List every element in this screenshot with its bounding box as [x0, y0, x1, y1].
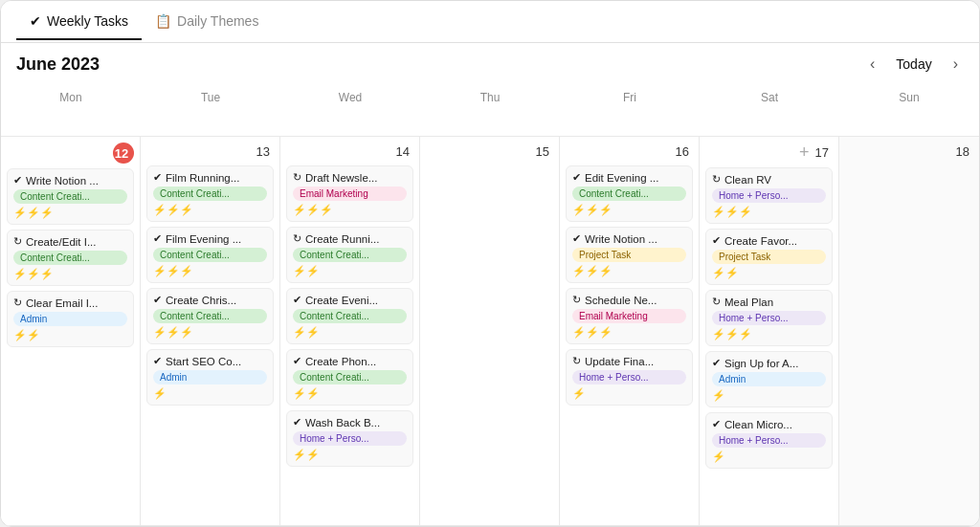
- task-tag: Home + Perso...: [572, 370, 686, 384]
- task-tag: Admin: [712, 372, 826, 386]
- task-title-text: Create Runni...: [305, 233, 379, 245]
- task-title: ✔Sign Up for A...: [712, 357, 826, 369]
- task-card[interactable]: ✔Create Favor...Project Task⚡⚡: [705, 229, 833, 285]
- day-header-fri: Fri: [560, 85, 700, 137]
- month-title: June 2023: [16, 55, 100, 75]
- task-card[interactable]: ↻Create/Edit I...Content Creati...⚡⚡⚡: [7, 230, 134, 286]
- task-stars: ⚡⚡⚡: [712, 206, 826, 218]
- task-card[interactable]: ↻Update Fina...Home + Perso...⚡: [566, 349, 693, 406]
- task-card[interactable]: ↻Clear Email I...Admin⚡⚡: [7, 291, 134, 347]
- task-title: ↻Create/Edit I...: [13, 235, 127, 248]
- task-title-text: Update Fina...: [585, 356, 654, 367]
- task-tag: Content Creati...: [572, 187, 686, 201]
- tab-weekly[interactable]: ✔ Weekly Tasks: [16, 4, 142, 40]
- task-card[interactable]: ✔Film Evening ...Content Creati...⚡⚡⚡: [146, 227, 274, 283]
- task-title: ✔Write Notion ...: [13, 174, 127, 187]
- checkmark-icon: ✔: [13, 174, 22, 187]
- task-title: ✔Create Phon...: [293, 355, 407, 367]
- checkmark-icon: ✔: [712, 234, 721, 247]
- day-header-wed: Wed: [280, 85, 420, 137]
- task-card[interactable]: ↻Clean RVHome + Perso...⚡⚡⚡: [705, 167, 833, 224]
- task-tag: Home + Perso...: [712, 433, 826, 448]
- task-title-text: Draft Newsle...: [305, 172, 377, 184]
- checkmark-icon: ✔: [293, 294, 301, 306]
- task-title-text: Create Chris...: [166, 295, 236, 306]
- add-task-btn-17[interactable]: +: [797, 143, 812, 163]
- refresh-icon: ↻: [572, 294, 581, 306]
- task-stars: ⚡⚡: [712, 267, 826, 279]
- refresh-icon: ↻: [13, 296, 22, 309]
- task-tag: Home + Perso...: [712, 188, 826, 203]
- day-num-row-14: 14: [286, 143, 413, 161]
- nav-controls: ‹ Today ›: [864, 53, 964, 76]
- task-card[interactable]: ↻Meal PlanHome + Perso...⚡⚡⚡: [705, 290, 833, 346]
- task-title-text: Film Evening ...: [166, 233, 241, 245]
- refresh-icon: ↻: [293, 232, 301, 245]
- task-tag: Content Creati...: [13, 189, 127, 204]
- refresh-icon: ↻: [13, 235, 22, 248]
- task-card[interactable]: ↻Schedule Ne...Email Marketing⚡⚡⚡: [566, 288, 693, 344]
- task-stars: ⚡⚡⚡: [712, 328, 826, 340]
- day-col-15: 15: [420, 137, 560, 526]
- task-title: ✔Film Evening ...: [153, 232, 267, 245]
- checkmark-icon: ✔: [293, 416, 301, 428]
- task-stars: ⚡⚡: [293, 387, 407, 400]
- task-tag: Content Creati...: [153, 309, 267, 323]
- app-container: ✔ Weekly Tasks 📋 Daily Themes June 2023 …: [0, 0, 980, 527]
- task-card[interactable]: ✔Write Notion ...Content Creati...⚡⚡⚡: [7, 168, 134, 225]
- day-num-row-12: 12: [7, 143, 134, 164]
- task-tag: Admin: [153, 370, 267, 384]
- task-stars: ⚡: [153, 387, 267, 400]
- day-number-16: 16: [676, 143, 693, 161]
- day-header-sun: Sun: [839, 85, 979, 137]
- task-title: ✔Film Running...: [153, 171, 267, 184]
- day-number-12: 12: [113, 143, 134, 164]
- task-title: ↻Clear Email I...: [13, 296, 127, 309]
- task-card[interactable]: ↻Create Runni...Content Creati...⚡⚡: [286, 227, 413, 283]
- task-stars: ⚡⚡: [293, 265, 407, 277]
- day-header-mon: Mon: [1, 85, 141, 137]
- task-card[interactable]: ✔Create Chris...Content Creati...⚡⚡⚡: [146, 288, 274, 344]
- checkmark-icon: ✔: [712, 357, 721, 369]
- task-title: ✔Edit Evening ...: [572, 171, 686, 184]
- weekly-icon: ✔: [30, 13, 41, 29]
- task-card[interactable]: ↻Draft Newsle...Email Marketing⚡⚡⚡: [286, 165, 413, 222]
- tab-weekly-label: Weekly Tasks: [47, 13, 128, 29]
- day-header-sat: Sat: [700, 85, 839, 137]
- task-card[interactable]: ✔Edit Evening ...Content Creati...⚡⚡⚡: [566, 165, 693, 222]
- task-stars: ⚡: [712, 450, 826, 463]
- task-stars: ⚡⚡⚡: [13, 207, 127, 219]
- task-card[interactable]: ✔Create Phon...Content Creati...⚡⚡: [286, 349, 413, 406]
- task-title: ↻Create Runni...: [293, 232, 407, 245]
- task-tag: Content Creati...: [293, 309, 407, 323]
- next-btn[interactable]: ›: [947, 54, 964, 75]
- day-num-row-13: 13: [146, 143, 274, 161]
- task-tag: Content Creati...: [293, 370, 407, 384]
- task-tag: Home + Perso...: [712, 311, 826, 325]
- prev-btn[interactable]: ‹: [864, 54, 880, 75]
- task-stars: ⚡⚡: [293, 326, 407, 339]
- refresh-icon: ↻: [293, 171, 301, 184]
- task-stars: ⚡⚡⚡: [153, 265, 267, 277]
- tab-daily[interactable]: 📋 Daily Themes: [142, 4, 272, 40]
- task-tag: Project Task: [572, 248, 686, 262]
- task-title: ↻Meal Plan: [712, 296, 826, 308]
- day-number-18: 18: [956, 143, 973, 161]
- task-card[interactable]: ✔Start SEO Co...Admin⚡: [146, 349, 274, 406]
- refresh-icon: ↻: [712, 173, 721, 186]
- task-title: ↻Schedule Ne...: [572, 294, 686, 306]
- task-title-text: Edit Evening ...: [585, 172, 658, 184]
- task-card[interactable]: ✔Clean Micro...Home + Perso...⚡: [705, 412, 833, 469]
- day-num-row-17: +17: [705, 143, 833, 163]
- today-btn[interactable]: Today: [888, 53, 939, 76]
- task-card[interactable]: ✔Create Eveni...Content Creati...⚡⚡: [286, 288, 413, 344]
- task-card[interactable]: ✔Wash Back B...Home + Perso...⚡⚡: [286, 410, 413, 467]
- day-col-18: 18: [839, 137, 979, 526]
- task-tag: Content Creati...: [13, 251, 127, 265]
- task-card[interactable]: ✔Sign Up for A...Admin⚡: [705, 351, 833, 407]
- task-tag: Home + Perso...: [293, 431, 407, 446]
- task-title: ✔Write Notion ...: [572, 232, 686, 245]
- task-stars: ⚡⚡⚡: [153, 326, 267, 339]
- task-card[interactable]: ✔Film Running...Content Creati...⚡⚡⚡: [146, 165, 274, 222]
- task-card[interactable]: ✔Write Notion ...Project Task⚡⚡⚡: [566, 227, 693, 283]
